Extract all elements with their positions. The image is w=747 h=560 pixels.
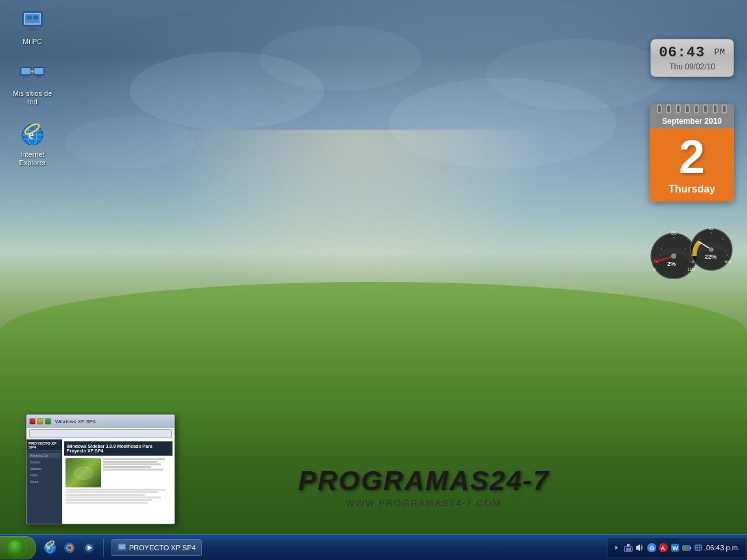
watermark: PROGRAMAS24-7 WWW.PROGRAMAS24-7.COM [298,465,550,508]
svg-rect-74 [690,547,691,549]
taskbar: e [0,534,747,560]
svg-rect-60 [119,544,125,549]
taskbar-mediaplayer-icon[interactable] [80,539,98,557]
svg-text:G: G [650,545,654,552]
taskbar-firefox-icon[interactable] [60,539,78,557]
systray-update-icon[interactable]: W [670,542,680,553]
svg-rect-6 [28,28,37,30]
svg-rect-9 [25,75,27,76]
my-computer-label: Mi PC [23,38,42,46]
gauges-widget: 0 50 100 2% 0 50 100 22% [646,220,737,279]
svg-point-26 [671,253,676,259]
svg-rect-10 [23,76,29,78]
calendar-day-name: Thursday [655,183,729,195]
svg-text:e: e [29,128,34,141]
svg-rect-13 [38,75,40,76]
svg-text:50: 50 [709,227,713,231]
svg-rect-12 [34,68,43,74]
my-computer-icon[interactable]: Mi PC [10,6,55,49]
watermark-title: PROGRAMAS24-7 [298,465,550,496]
systray-power-icon[interactable] [682,542,692,553]
svg-text:2%: 2% [667,261,676,267]
taskbar-ie-icon[interactable]: e [41,539,59,557]
browser-addressbar [29,429,172,438]
systray-wifi-icon[interactable] [693,542,704,553]
quick-launch-divider [103,539,104,557]
svg-marker-61 [615,546,618,550]
systray-volume-icon[interactable] [635,542,645,553]
svg-rect-3 [27,16,32,19]
clock-time: 06:43 PM [659,45,726,61]
taskbar-clock[interactable]: 06:43 p.m. [704,544,742,552]
svg-rect-4 [33,16,38,19]
taskbar-middle: PROYECTO XP SP4 [106,539,607,556]
internet-explorer-label: Internet Explorer [12,150,53,167]
svg-text:A: A [661,545,665,552]
start-button[interactable] [0,536,36,559]
calendar-month-year: September 2010 [650,114,734,128]
network-places-icon[interactable]: Mis sitios de red [10,58,55,109]
svg-text:100: 100 [724,260,731,264]
calendar-day-number: 2 [655,136,729,178]
svg-text:W: W [672,545,678,552]
systray-antivirus-icon[interactable]: A [658,542,669,553]
network-places-label: Mis sitios de red [12,89,53,106]
browser-titlebar: Windows XP SP4 [27,415,174,428]
svg-rect-8 [21,68,30,74]
systray-icons: G A W [611,542,704,553]
browser-nav-sidebar: PROYECTO XP SP4 Windows Xp Drivers Updat… [27,439,62,524]
browser-main-content: Windows Sidebar 1.0.0 Modificado Para Pr… [62,439,174,524]
calendar-widget[interactable]: September 2010 2 Thursday [650,104,734,202]
internet-explorer-icon-img: e [19,122,45,148]
svg-marker-65 [637,544,640,551]
svg-text:0: 0 [653,267,656,272]
svg-rect-75 [683,546,689,550]
clock-date: Thu 09/02/10 [659,62,726,71]
svg-point-16 [31,70,34,73]
calendar-body: 2 Thursday [650,128,734,202]
start-orb [7,539,25,557]
svg-text:22%: 22% [705,253,717,260]
systray-expand-icon[interactable] [611,542,622,553]
clock-widget[interactable]: 06:43 PM Thu 09/02/10 [650,39,734,77]
svg-rect-63 [626,548,631,551]
browser-thumbnail[interactable]: Windows XP SP4 PROYECTO XP SP4 Windows X… [26,414,175,524]
gauges-svg: 0 50 100 2% 0 50 100 22% [646,220,737,279]
browser-content: PROYECTO XP SP4 Windows Xp Drivers Updat… [27,439,174,524]
desktop: Mi PC Mis siti [0,0,747,560]
svg-text:50: 50 [671,231,676,235]
svg-rect-66 [636,546,637,550]
my-computer-icon-img [19,9,45,35]
desktop-icons: Mi PC Mis siti [10,6,55,180]
svg-text:100: 100 [687,267,695,272]
systray-network-icon[interactable] [623,542,634,553]
internet-explorer-icon[interactable]: e Internet Explorer [10,119,55,170]
svg-point-55 [67,546,71,550]
notification-area: G A W [607,537,747,558]
svg-rect-14 [36,76,42,78]
watermark-url: WWW.PROGRAMAS24-7.COM [298,498,550,508]
svg-point-38 [709,248,714,252]
svg-rect-64 [627,544,630,546]
taskbar-open-window[interactable]: PROYECTO XP SP4 [112,539,202,556]
quick-launch-icons: e [38,539,101,557]
network-places-icon-img [19,61,45,87]
calendar-rings [650,104,734,114]
systray-google-icon[interactable]: G [646,542,657,553]
